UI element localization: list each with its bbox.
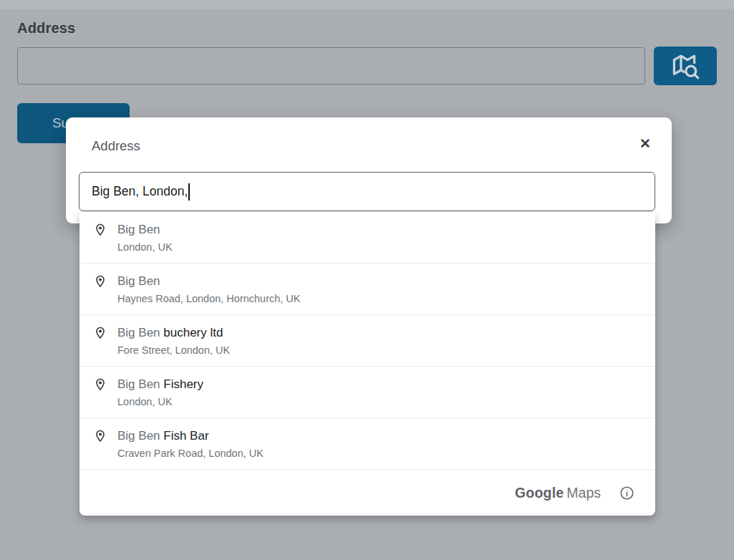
page-top-strip — [0, 0, 734, 9]
suggestion-secondary-text: London, UK — [117, 239, 173, 255]
map-search-icon — [668, 51, 702, 81]
suggestion-main-text: Big Ben buchery ltd — [117, 324, 230, 342]
google-maps-attribution: GoogleMaps — [79, 470, 655, 516]
location-pin-icon — [93, 428, 107, 444]
suggestion-secondary-text: Haynes Road, London, Hornchurch, UK — [117, 291, 301, 306]
text-caret — [188, 183, 190, 201]
modal-address-input[interactable]: Big Ben, London, — [79, 172, 655, 211]
suggestion-item-4[interactable]: Big Ben Fishery London, UK — [79, 367, 655, 418]
google-maps-logo: GoogleMaps — [515, 485, 601, 501]
suggestion-main-text: Big Ben Fishery — [117, 375, 203, 393]
location-pin-icon — [93, 377, 107, 392]
location-pin-icon — [93, 274, 107, 289]
address-modal: Address ✕ Big Ben, London, — [66, 117, 672, 223]
modal-title: Address — [92, 138, 140, 154]
suggestion-secondary-text: Fore Street, London, UK — [117, 342, 230, 358]
suggestion-item-2[interactable]: Big Ben Haynes Road, London, Hornchurch,… — [79, 264, 655, 315]
modal-address-input-value: Big Ben, London, — [92, 184, 188, 199]
info-icon[interactable] — [619, 484, 636, 501]
location-pin-icon — [93, 222, 107, 238]
suggestion-secondary-text: London, UK — [117, 394, 203, 410]
close-icon[interactable]: ✕ — [636, 135, 655, 153]
suggestion-item-5[interactable]: Big Ben Fish Bar Craven Park Road, Londo… — [79, 418, 655, 470]
suggestion-main-text: Big Ben — [117, 221, 173, 238]
suggestion-secondary-text: Craven Park Road, London, UK — [117, 445, 264, 461]
suggestion-item-3[interactable]: Big Ben buchery ltd Fore Street, London,… — [79, 315, 655, 367]
suggestion-main-text: Big Ben — [117, 272, 301, 290]
address-field-label: Address — [17, 20, 75, 37]
suggestion-main-text: Big Ben Fish Bar — [117, 427, 264, 445]
map-search-button[interactable] — [654, 47, 717, 85]
location-pin-icon — [93, 325, 107, 341]
suggestion-item-1[interactable]: Big Ben London, UK — [79, 212, 655, 264]
address-input[interactable] — [17, 47, 645, 85]
autocomplete-dropdown: Big Ben London, UK Big Ben Haynes Road, … — [79, 212, 655, 516]
